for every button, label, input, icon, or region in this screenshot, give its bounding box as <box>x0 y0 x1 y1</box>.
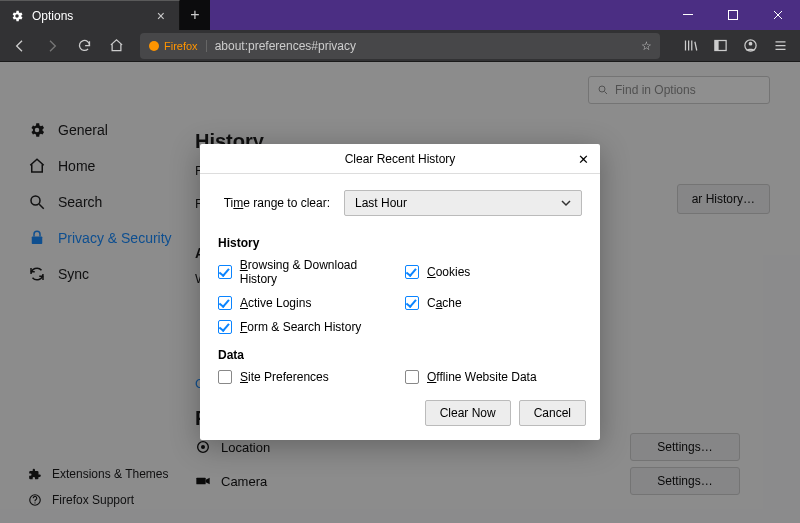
close-window-button[interactable] <box>755 0 800 30</box>
tab-title: Options <box>32 9 145 23</box>
new-tab-button[interactable]: + <box>180 0 210 30</box>
browser-tab[interactable]: Options × <box>0 0 180 30</box>
time-range-value: Last Hour <box>355 196 407 210</box>
checkbox-cookies[interactable]: Cookies <box>405 258 582 286</box>
checkbox-icon <box>405 296 419 310</box>
identity-badge[interactable]: Firefox <box>148 40 207 52</box>
url-text: about:preferences#privacy <box>215 39 633 53</box>
svg-rect-0 <box>683 14 693 15</box>
identity-label: Firefox <box>164 40 198 52</box>
dialog-title: Clear Recent History <box>345 152 456 166</box>
checkbox-icon <box>218 265 232 279</box>
clear-now-button[interactable]: Clear Now <box>425 400 511 426</box>
checkbox-offline-data[interactable]: Offline Website Data <box>405 370 582 384</box>
checkbox-icon <box>405 370 419 384</box>
checkbox-form-history[interactable]: Form & Search History <box>218 320 395 334</box>
time-range-select[interactable]: Last Hour <box>344 190 582 216</box>
cancel-button[interactable]: Cancel <box>519 400 586 426</box>
svg-rect-1 <box>728 11 737 20</box>
svg-point-2 <box>149 41 159 51</box>
back-button[interactable] <box>6 32 34 60</box>
dialog-close-button[interactable]: ✕ <box>572 148 594 170</box>
app-menu-button[interactable] <box>766 32 794 60</box>
bookmark-star-icon[interactable]: ☆ <box>641 39 652 53</box>
account-button[interactable] <box>736 32 764 60</box>
gear-icon <box>10 9 24 23</box>
checkbox-icon <box>218 320 232 334</box>
dialog-title-bar: Clear Recent History ✕ <box>200 144 600 174</box>
url-bar[interactable]: Firefox about:preferences#privacy ☆ <box>140 33 660 59</box>
checkbox-site-preferences[interactable]: Site Preferences <box>218 370 395 384</box>
time-range-label: Time range to clear: <box>218 196 330 210</box>
home-button[interactable] <box>102 32 130 60</box>
svg-rect-4 <box>714 41 718 51</box>
library-button[interactable] <box>676 32 704 60</box>
maximize-button[interactable] <box>710 0 755 30</box>
firefox-icon <box>148 40 160 52</box>
window-controls <box>665 0 800 30</box>
checkbox-cache[interactable]: Cache <box>405 296 582 310</box>
sidebar-toggle-button[interactable] <box>706 32 734 60</box>
tab-close-button[interactable]: × <box>153 8 169 24</box>
toolbar: Firefox about:preferences#privacy ☆ <box>0 30 800 62</box>
dialog-section-history: History <box>218 236 582 250</box>
clear-history-dialog: Clear Recent History ✕ Time range to cle… <box>200 144 600 440</box>
minimize-button[interactable] <box>665 0 710 30</box>
titlebar-drag <box>210 0 665 30</box>
checkbox-active-logins[interactable]: Active Logins <box>218 296 395 310</box>
forward-button[interactable] <box>38 32 66 60</box>
checkbox-icon <box>405 265 419 279</box>
checkbox-icon <box>218 296 232 310</box>
checkbox-icon <box>218 370 232 384</box>
titlebar: Options × + <box>0 0 800 30</box>
svg-point-6 <box>748 42 752 46</box>
checkbox-browsing-history[interactable]: Browsing & Download History <box>218 258 395 286</box>
dialog-section-data: Data <box>218 348 582 362</box>
chevron-down-icon <box>561 198 571 208</box>
reload-button[interactable] <box>70 32 98 60</box>
